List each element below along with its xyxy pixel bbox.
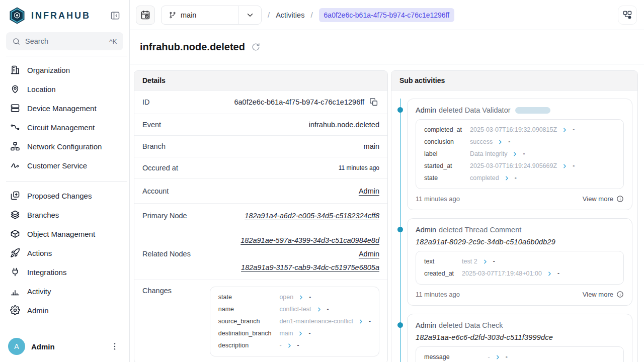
property-new-value: -	[557, 269, 559, 278]
chevron-right-icon	[287, 343, 292, 348]
node-link[interactable]: 182a91ae-597a-4399-34d3-c51ca0984e8d	[240, 235, 379, 246]
copy-icon	[369, 98, 379, 107]
detail-row-event: Eventinfrahub.node.deleted	[134, 114, 387, 136]
sidebar-collapse-button[interactable]	[110, 10, 122, 22]
layers-icon	[10, 210, 20, 220]
properties-box: message--keep_branch--enriched_conflict_…	[416, 346, 624, 362]
signature-icon	[10, 160, 20, 170]
refresh-button[interactable]	[251, 42, 262, 53]
sidebar-item-object-management[interactable]: Object Management	[6, 224, 123, 243]
chevron-right-icon	[495, 354, 501, 360]
sidebar-nav: OrganizationLocationDevice ManagementCir…	[0, 56, 129, 332]
sidebar-item-branches[interactable]: Branches	[6, 205, 123, 224]
breadcrumb-activities[interactable]: Activities	[276, 11, 304, 19]
workflow-button[interactable]	[618, 6, 637, 25]
property-old-value: test 2	[462, 257, 477, 266]
detail-value: 182a91ae-597a-4399-34d3-c51ca0984e8dAdmi…	[240, 235, 379, 273]
property-key: created_at	[424, 269, 454, 278]
property-old-value: 2025-03-07T16:19:24.905669Z	[470, 162, 557, 170]
search-shortcut: ^K	[109, 38, 117, 45]
search-box[interactable]: ^K	[6, 32, 123, 50]
detail-value: 182a91a4-a6d2-e005-34d5-c5182324cff8	[245, 210, 379, 221]
properties-box: texttest 2-created_at2025-03-07T17:19:48…	[416, 251, 624, 285]
chevron-right-icon	[562, 127, 568, 133]
sidebar-item-circuit-management[interactable]: Circuit Management	[6, 118, 123, 137]
details-panel: Details ID6a0f2e6c-b61a-4f75-b974-c76c1e…	[134, 70, 388, 362]
sidebar-item-proposed-changes[interactable]: Proposed Changes	[6, 186, 123, 205]
panel-collapse-icon	[110, 11, 122, 21]
sub-activity-node-id: 182a91af-8029-2c9c-34db-c510a6b0db29	[416, 238, 624, 246]
branch-selector[interactable]: main	[161, 6, 262, 25]
branch-selector-value[interactable]: main	[162, 6, 238, 24]
time-travel-button[interactable]	[136, 6, 155, 25]
sidebar-item-device-management[interactable]: Device Management	[6, 99, 123, 118]
sidebar-item-location[interactable]: Location	[6, 79, 123, 99]
nav-group: OrganizationLocationDevice ManagementCir…	[0, 56, 129, 176]
sidebar-item-network-configuration[interactable]: Network Configuration	[6, 137, 123, 156]
sub-activities-header: Sub activities	[391, 71, 637, 90]
sub-activity-action: deleted Data Check	[439, 321, 503, 329]
property-value: completed-	[470, 174, 615, 183]
sidebar-item-label: Activity	[27, 287, 51, 296]
details-body: ID6a0f2e6c-b61a-4f75-b974-c76c1e1296ffEv…	[134, 90, 387, 362]
chevron-right-icon	[504, 175, 510, 181]
node-link[interactable]: Admin	[359, 186, 379, 197]
kebab-icon	[110, 342, 121, 351]
sub-activity-actor: Admin	[416, 321, 436, 329]
property-key: label	[424, 150, 462, 158]
user-menu-button[interactable]	[110, 341, 121, 352]
topbar: main / Activities / 6a0f2e6c-b61a-4f75-b…	[130, 0, 644, 30]
property-value: 2025-03-07T16:19:24.905669Z-	[470, 162, 615, 170]
sidebar-item-actions[interactable]: Actions	[6, 243, 123, 262]
detail-row-account: AccountAdmin	[134, 179, 387, 204]
map-pin-icon	[10, 84, 20, 94]
branch-name: main	[181, 11, 196, 19]
view-more-link[interactable]: View more	[583, 195, 624, 203]
sidebar-item-label: Actions	[27, 249, 52, 257]
placeholder-pill	[515, 107, 550, 114]
sub-activity-footer: 11 minutes agoView more	[416, 291, 624, 298]
detail-label: Related Nodes	[142, 250, 191, 258]
property-old-value: Data Integrity	[470, 150, 507, 158]
node-link[interactable]: 182a91a4-a6d2-e005-34d5-c5182324cff8	[245, 210, 379, 221]
detail-row-primary-node: Primary Node182a91a4-a6d2-e005-34d5-c518…	[134, 204, 387, 228]
cable-icon	[10, 122, 20, 132]
building-icon	[10, 65, 20, 75]
box-icon	[10, 229, 20, 239]
timeline-dot-icon	[397, 107, 403, 113]
detail-label: Branch	[142, 142, 166, 150]
breadcrumb-separator: /	[310, 11, 312, 19]
detail-label: Changes	[142, 287, 172, 295]
property-key: conclusion	[424, 138, 462, 146]
infrahub-logo-icon	[8, 7, 26, 25]
copy-id-button[interactable]	[369, 97, 379, 107]
sub-activity-footer: 11 minutes agoView more	[416, 195, 624, 203]
property-key: source_branch	[218, 317, 272, 326]
node-link[interactable]: Admin	[359, 248, 379, 259]
property-value: Data Integrity-	[470, 150, 615, 158]
property-value: test 2-	[462, 257, 615, 266]
detail-value: Admin	[359, 186, 379, 197]
timeline-dot-icon	[397, 227, 403, 232]
sidebar-item-organization[interactable]: Organization	[6, 60, 123, 79]
detail-value: 11 minutes ago	[339, 164, 379, 171]
detail-value: main	[364, 142, 379, 150]
sidebar-item-integrations[interactable]: Integrations	[6, 262, 123, 282]
chevron-right-icon	[298, 331, 303, 336]
sidebar-item-admin[interactable]: Admin	[6, 301, 123, 320]
node-link[interactable]: 182a91a9-3157-cab9-34dc-c51975e6805a	[241, 262, 379, 273]
property-old-value: 2025-03-07T17:19:48+01:00	[462, 269, 542, 278]
branch-selector-toggle[interactable]	[238, 6, 261, 24]
view-more-link[interactable]: View more	[583, 291, 624, 298]
nav-group: Proposed ChangesBranchesObject Managemen…	[0, 182, 129, 321]
search-icon	[12, 37, 21, 46]
property-value: --	[488, 353, 616, 361]
diff-icon	[10, 191, 20, 201]
sidebar-item-activity[interactable]: Activity	[6, 282, 123, 301]
search-input[interactable]	[25, 37, 105, 45]
sub-activity-action: deleted Thread Comment	[439, 226, 521, 234]
plug-icon	[10, 267, 20, 277]
property-value: --	[279, 341, 371, 350]
user-menu[interactable]: A Admin	[0, 332, 129, 362]
sidebar-item-customer-service[interactable]: Customer Service	[6, 156, 123, 175]
